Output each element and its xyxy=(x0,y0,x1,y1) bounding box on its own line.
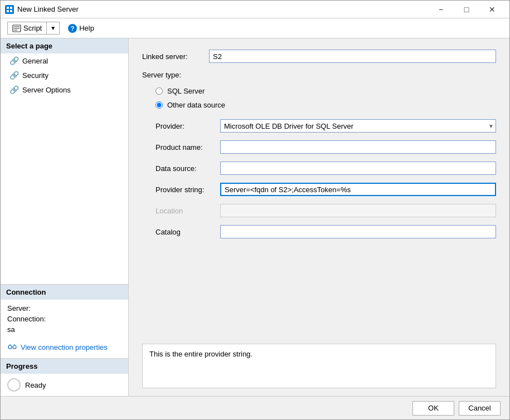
close-button[interactable]: ✕ xyxy=(479,1,505,18)
window-title: New Linked Server xyxy=(17,5,428,13)
script-button[interactable]: Script xyxy=(8,22,46,34)
bottom-bar: OK Cancel xyxy=(1,396,509,419)
data-source-input[interactable] xyxy=(220,162,496,175)
help-button[interactable]: ? Help xyxy=(63,22,99,35)
data-source-row: Data source: xyxy=(142,162,496,175)
ready-label: Ready xyxy=(25,381,46,389)
main-content: Select a page 🔗 General 🔗 Security 🔗 Ser… xyxy=(1,38,509,396)
description-box: This is the entire provider string. xyxy=(142,344,496,388)
radio-sql-server[interactable] xyxy=(156,87,163,95)
sidebar-item-server-options[interactable]: 🔗 Server Options xyxy=(1,82,128,97)
minimize-button[interactable]: − xyxy=(428,1,454,18)
product-name-input[interactable] xyxy=(220,140,496,154)
linked-server-input[interactable] xyxy=(209,50,496,63)
sidebar-item-server-options-label: Server Options xyxy=(22,86,71,94)
connection-label: Connection: xyxy=(7,315,46,323)
server-row: Server: xyxy=(7,304,122,312)
right-panel: Linked server: Server type: SQL Server O… xyxy=(129,38,509,396)
catalog-label: Catalog xyxy=(142,228,220,236)
view-connection-label: View connection properties xyxy=(21,343,108,351)
location-label: Location xyxy=(142,207,220,215)
catalog-row: Catalog xyxy=(142,225,496,238)
catalog-input[interactable] xyxy=(220,225,496,238)
view-connection-icon xyxy=(7,343,17,351)
spacer1 xyxy=(142,115,496,119)
bottom-spacer xyxy=(129,388,509,396)
server-options-icon: 🔗 xyxy=(9,85,19,94)
linked-server-row: Linked server: xyxy=(142,50,496,63)
radio-sql-server-row: SQL Server xyxy=(142,87,496,95)
script-button-group: Script ▼ xyxy=(7,22,60,35)
title-controls: − □ ✕ xyxy=(428,1,505,18)
svg-rect-3 xyxy=(10,10,12,12)
product-name-label: Product name: xyxy=(142,143,220,152)
location-input[interactable] xyxy=(220,204,496,217)
progress-spinner xyxy=(7,378,21,392)
sidebar-item-general[interactable]: 🔗 General xyxy=(1,53,128,68)
security-icon: 🔗 xyxy=(9,71,19,80)
connection-header: Connection xyxy=(1,285,128,300)
location-row: Location xyxy=(142,204,496,217)
radio-sql-server-label[interactable]: SQL Server xyxy=(167,87,205,95)
toolbar: Script ▼ ? Help xyxy=(1,18,509,38)
cancel-button[interactable]: Cancel xyxy=(459,401,501,416)
help-icon: ? xyxy=(68,24,77,33)
svg-rect-1 xyxy=(10,7,12,9)
radio-other-data-source[interactable] xyxy=(156,101,163,109)
sidebar-spacer xyxy=(1,97,128,284)
connection-value-row: sa xyxy=(7,325,122,334)
radio-other-row: Other data source xyxy=(142,101,496,109)
form-area: Linked server: Server type: SQL Server O… xyxy=(129,38,509,344)
provider-string-label: Provider string: xyxy=(142,185,220,194)
select-page-header: Select a page xyxy=(1,38,128,53)
connection-value: sa xyxy=(7,325,15,334)
ok-button[interactable]: OK xyxy=(412,401,454,416)
server-type-row: Server type: xyxy=(142,71,496,79)
connection-row: Connection: xyxy=(7,315,122,323)
linked-server-label: Linked server: xyxy=(142,52,209,61)
progress-section: Progress Ready xyxy=(1,358,128,396)
provider-select-wrapper: Microsoft OLE DB Driver for SQL Server S… xyxy=(220,119,496,133)
sidebar-item-security-label: Security xyxy=(22,71,48,80)
app-icon xyxy=(5,5,14,14)
title-bar: New Linked Server − □ ✕ xyxy=(1,1,509,18)
sidebar-item-security[interactable]: 🔗 Security xyxy=(1,68,128,82)
maximize-button[interactable]: □ xyxy=(454,1,479,18)
general-icon: 🔗 xyxy=(9,56,19,65)
provider-label: Provider: xyxy=(142,122,220,130)
provider-string-input[interactable] xyxy=(220,183,496,196)
connection-section: Connection Server: Connection: sa xyxy=(1,284,128,354)
data-source-label: Data source: xyxy=(142,164,220,173)
sidebar-item-general-label: General xyxy=(22,57,48,65)
sidebar: Select a page 🔗 General 🔗 Security 🔗 Ser… xyxy=(1,38,129,396)
script-label: Script xyxy=(23,24,42,32)
server-type-label: Server type: xyxy=(142,71,209,79)
provider-string-row: Provider string: xyxy=(142,183,496,196)
radio-other-label[interactable]: Other data source xyxy=(167,101,225,109)
progress-header: Progress xyxy=(1,359,128,374)
progress-row: Ready xyxy=(1,374,128,396)
provider-row: Provider: Microsoft OLE DB Driver for SQ… xyxy=(142,119,496,133)
connection-info: Server: Connection: sa xyxy=(1,300,128,340)
help-label: Help xyxy=(79,24,94,32)
script-icon xyxy=(12,25,21,32)
product-name-row: Product name: xyxy=(142,140,496,154)
main-window: New Linked Server − □ ✕ Script ▼ ? Help xyxy=(0,0,510,420)
svg-rect-0 xyxy=(7,7,9,9)
server-label: Server: xyxy=(7,304,31,312)
provider-select[interactable]: Microsoft OLE DB Driver for SQL Server S… xyxy=(220,119,496,133)
svg-point-8 xyxy=(8,345,12,349)
svg-rect-2 xyxy=(7,10,9,12)
description-text: This is the entire provider string. xyxy=(149,350,252,358)
svg-point-9 xyxy=(13,345,16,349)
script-dropdown-button[interactable]: ▼ xyxy=(46,22,59,34)
view-connection-link[interactable]: View connection properties xyxy=(1,340,128,354)
